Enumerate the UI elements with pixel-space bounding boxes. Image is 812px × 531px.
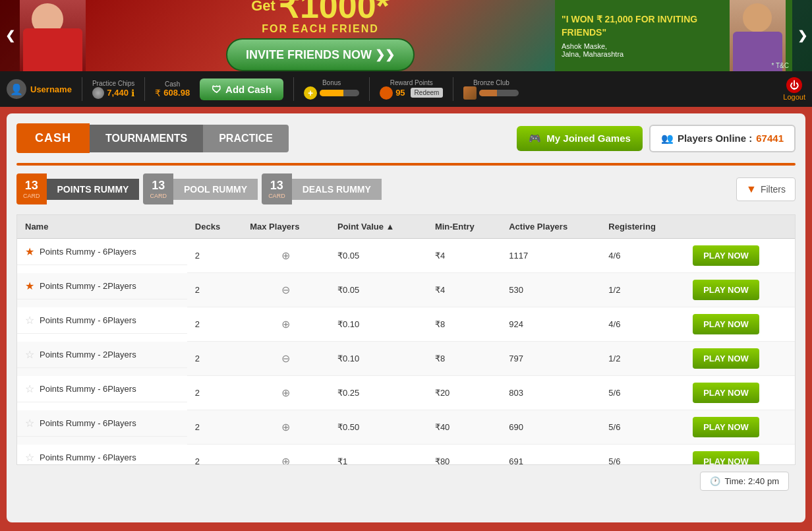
username-label: Username [30,84,72,94]
col-action [685,215,795,239]
cell-name: ★Points Rummy - 2Players [17,273,187,299]
star-empty-icon[interactable]: ☆ [25,348,34,361]
game-table: Name Decks Max Players Point Value ▲ Min… [17,215,795,465]
cell-decks: 2 [187,376,242,410]
cell-decks: 2 [187,307,242,342]
cell-action[interactable]: PLAY NOW [685,445,795,466]
play-now-button[interactable]: PLAY NOW [693,451,759,465]
joined-games-button[interactable]: 🎮 My Joined Games [517,126,643,151]
orange-divider [16,163,796,166]
practice-chips-item: Practice Chips 7,440 ℹ [92,80,134,99]
cell-action[interactable]: PLAY NOW [685,376,795,410]
bonus-label: Bonus [322,79,341,86]
star-empty-icon[interactable]: ☆ [25,451,34,464]
banner-next-button[interactable]: ❯ [792,0,812,71]
pool-rummy-tab[interactable]: 13 CARD POOL RUMMY [143,173,258,204]
points-rummy-number: 13 CARD [16,173,47,204]
tab-cash[interactable]: CASH [16,123,90,153]
cell-active-players: 924 [501,307,600,342]
shield-icon: 🛡 [212,84,221,95]
play-now-button[interactable]: PLAY NOW [693,314,759,334]
deals-rummy-tab[interactable]: 13 CARD DEALS RUMMY [262,173,382,204]
time-display: 🕐 Time: 2:40 pm [700,472,789,491]
cell-registering: 5/6 [600,376,685,410]
redeem-button[interactable]: Redeem [411,88,444,98]
cell-active-players: 803 [501,376,600,410]
header-bar: 👤 Username Practice Chips 7,440 ℹ Cash ₹… [0,71,812,107]
tab-bar: CASH TOURNAMENTS PRACTICE 🎮 My Joined Ga… [16,123,796,153]
cell-action[interactable]: PLAY NOW [685,239,795,273]
play-now-button[interactable]: PLAY NOW [693,245,759,266]
cell-registering: 5/6 [600,410,685,445]
multi-player-icon: ⊕ [281,250,290,261]
cell-max-players: ⊕ [242,239,330,273]
bonus-icon: + [304,86,317,100]
cell-decks: 2 [187,239,242,273]
cash-item: Cash ₹ 608.98 [155,80,190,98]
add-cash-button[interactable]: 🛡 Add Cash [200,78,283,100]
cell-point-value: ₹0.05 [330,239,427,273]
table-row: ☆Points Rummy - 6Players 2 ⊕ ₹0.10 ₹8 92… [17,307,795,342]
game-table-wrapper[interactable]: Name Decks Max Players Point Value ▲ Min… [16,214,796,465]
banner-person-name: Ashok Maske, [562,42,724,50]
tab-practice[interactable]: PRACTICE [203,125,289,152]
divider-4 [369,77,370,101]
cell-action[interactable]: PLAY NOW [685,273,795,307]
banner-person-left [20,0,86,71]
practice-chips-value: 7,440 [107,88,129,98]
practice-chip-icon [92,87,104,99]
footer: 🕐 Time: 2:40 pm [16,465,796,494]
logout-button[interactable]: ⏻ Logout [783,77,805,101]
banner: ❮ Get ₹1000* FOR EACH FRIEND INVITE FRIE… [0,0,812,71]
col-name: Name [17,215,187,239]
play-now-button[interactable]: PLAY NOW [693,417,759,437]
cell-action[interactable]: PLAY NOW [685,410,795,445]
star-empty-icon[interactable]: ☆ [25,383,34,395]
cell-registering: 1/2 [600,342,685,376]
play-now-button[interactable]: PLAY NOW [693,280,759,300]
star-empty-icon[interactable]: ☆ [25,417,34,429]
game-type-tabs: 13 CARD POINTS RUMMY 13 CARD POOL RUMMY … [16,173,796,204]
cell-registering: 4/6 [600,307,685,342]
cell-max-players: ⊕ [242,410,330,445]
cell-name: ☆Points Rummy - 6Players [17,445,187,466]
time-label: Time: 2:40 pm [724,476,779,486]
table-row: ☆Points Rummy - 6Players 2 ⊕ ₹0.25 ₹20 8… [17,376,795,410]
cell-min-entry: ₹4 [427,239,501,273]
cell-active-players: 690 [501,410,600,445]
star-empty-icon[interactable]: ☆ [25,314,34,327]
table-row: ☆Points Rummy - 6Players 2 ⊕ ₹1 ₹80 691 … [17,445,795,466]
points-rummy-tab[interactable]: 13 CARD POINTS RUMMY [16,173,139,204]
col-active-players: Active Players [501,215,600,239]
banner-get-text: Get [251,0,276,15]
multi-player-icon: ⊕ [281,387,290,398]
banner-person-location: Jalna, Maharashtra [562,50,724,58]
cell-max-players: ⊕ [242,376,330,410]
cell-max-players: ⊖ [242,342,330,376]
bronze-item: Bronze Club [463,79,519,100]
tab-tournaments[interactable]: TOURNAMENTS [90,125,203,152]
cell-action[interactable]: PLAY NOW [685,342,795,376]
invite-friends-button[interactable]: INVITE FRIENDS NOW ❯❯ [226,38,415,71]
players-online-display: 👥 Players Online : 67441 [649,125,796,152]
multi-player-icon: ⊕ [281,319,290,330]
single-player-icon: ⊖ [281,353,290,364]
cash-label: Cash [165,80,180,88]
cell-action[interactable]: PLAY NOW [685,307,795,342]
cell-decks: 2 [187,445,242,466]
col-min-entry: Min-Entry [427,215,501,239]
banner-prev-button[interactable]: ❮ [0,0,20,71]
banner-quote-text: "I WON ₹ 21,000 FOR INVITING FRIENDS" As… [562,13,724,57]
star-filled-icon[interactable]: ★ [25,245,34,258]
cell-min-entry: ₹8 [427,342,501,376]
play-now-button[interactable]: PLAY NOW [693,348,759,369]
banner-person-right [730,0,786,71]
table-row: ★Points Rummy - 2Players 2 ⊖ ₹0.05 ₹4 53… [17,273,795,307]
banner-per-friend: FOR EACH FRIEND [262,23,379,35]
star-filled-icon[interactable]: ★ [25,280,34,292]
filter-button[interactable]: ▼ Filters [736,177,796,201]
multi-player-icon: ⊕ [281,422,290,433]
practice-info-icon[interactable]: ℹ [131,88,134,98]
play-now-button[interactable]: PLAY NOW [693,383,759,403]
deals-rummy-label: DEALS RUMMY [292,179,382,200]
